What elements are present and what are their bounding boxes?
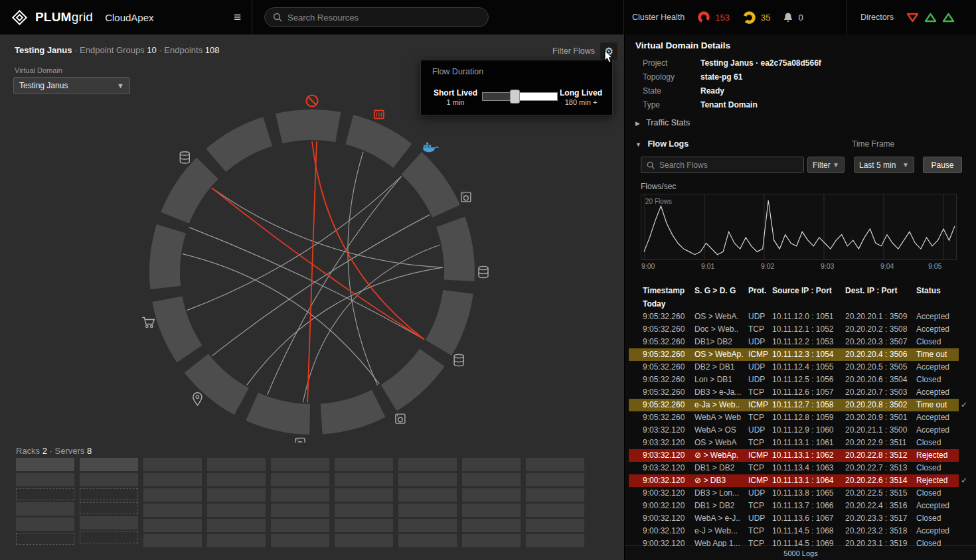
server-block[interactable] <box>398 458 457 471</box>
flow-log-row[interactable]: 9:05:32.260DB2 > DB1UDP10.11.12.4 : 1055… <box>625 361 976 374</box>
flow-log-row[interactable]: 9:03:32.120DB1 > DB2TCP10.11.13.4 : 1063… <box>625 462 976 474</box>
server-block[interactable] <box>398 473 457 486</box>
endpoint-group-segment[interactable] <box>389 358 432 398</box>
server-block[interactable] <box>143 488 202 502</box>
endpoint-group-segment[interactable] <box>216 131 268 160</box>
server-block[interactable] <box>80 458 138 471</box>
server-block[interactable] <box>526 458 584 471</box>
warning-gauge-icon[interactable] <box>742 11 756 25</box>
server-block[interactable] <box>80 473 138 486</box>
server-block[interactable] <box>207 473 266 486</box>
col-protocol[interactable]: Prot. <box>748 286 772 295</box>
endpoint-group-segment[interactable] <box>321 403 378 419</box>
server-block[interactable] <box>271 504 329 517</box>
flow-chord[interactable] <box>187 176 402 311</box>
server-block[interactable] <box>335 473 393 486</box>
director-down-triangle-icon[interactable] <box>906 12 920 23</box>
flow-log-row[interactable]: 9:00:32.120⊘ > DB3ICMP10.11.13.1 : 10642… <box>625 474 976 487</box>
col-groups[interactable]: S. G > D. G <box>694 286 748 295</box>
server-block[interactable] <box>207 504 266 517</box>
resource-search-input[interactable] <box>287 13 480 23</box>
flow-log-row[interactable]: 9:05:32.260WebA > WebTCP10.11.12.8 : 105… <box>625 411 976 424</box>
server-block[interactable] <box>207 534 266 547</box>
server-block[interactable] <box>462 504 521 517</box>
flow-chord[interactable] <box>212 188 443 267</box>
pause-button[interactable]: Pause <box>923 157 962 173</box>
endpoint-group-segment[interactable] <box>197 364 242 402</box>
server-block[interactable] <box>16 518 74 531</box>
server-block[interactable] <box>526 534 584 547</box>
endpoint-group-segment[interactable] <box>175 169 208 218</box>
critical-gauge-icon[interactable] <box>697 11 710 24</box>
time-range-dropdown[interactable]: Last 5 min ▼ <box>854 157 914 173</box>
flow-log-row[interactable]: 9:05:32.260Doc > Web..TCP10.11.12.1 : 10… <box>625 323 976 336</box>
endpoint-group-segment[interactable] <box>252 407 310 419</box>
flow-log-row[interactable]: 9:00:32.120e-J > Web...TCP10.11.14.5 : 1… <box>625 525 976 537</box>
server-block[interactable] <box>335 504 393 517</box>
flow-chord[interactable] <box>212 188 424 339</box>
flow-log-row[interactable]: 9:05:32.260Lon > DB1UDP10.11.12.5 : 1056… <box>625 374 976 386</box>
director-up-triangle-icon[interactable] <box>924 12 937 23</box>
duration-slider-handle[interactable] <box>510 90 520 104</box>
traffic-stats-toggle[interactable]: ▶ Traffic Stats <box>635 118 690 127</box>
server-block[interactable] <box>143 534 202 547</box>
col-timestamp[interactable]: Timestamp <box>643 286 694 295</box>
server-block[interactable] <box>526 473 584 486</box>
flow-search-box[interactable] <box>641 157 804 173</box>
director-up-triangle-icon[interactable] <box>941 12 955 23</box>
flow-log-row[interactable]: 9:00:32.120WebA > e-J..UDP10.11.13.6 : 1… <box>625 512 976 525</box>
server-block[interactable] <box>143 473 202 486</box>
server-block[interactable] <box>271 458 329 471</box>
endpoint-group-segment[interactable] <box>438 292 458 348</box>
flow-log-row[interactable]: 9:00:32.120DB3 > Lon...UDP10.11.13.8 : 1… <box>625 487 976 500</box>
filter-dropdown[interactable]: Filter ▼ <box>807 157 845 173</box>
col-source[interactable]: Source IP : Port <box>772 286 845 295</box>
server-block[interactable] <box>271 534 329 547</box>
server-block[interactable] <box>526 504 584 517</box>
server-block[interactable] <box>271 473 329 486</box>
server-block[interactable] <box>462 473 521 486</box>
flow-chord[interactable] <box>348 152 378 385</box>
flow-log-row[interactable]: 9:03:32.120OS > WebATCP10.11.13.1 : 1061… <box>625 437 976 449</box>
flow-log-row[interactable]: 9:05:32.260OS > WebA.UDP10.11.12.0 : 105… <box>625 311 976 323</box>
flow-log-row[interactable]: 9:05:32.260e-Ja > Web..ICMP10.11.12.7 : … <box>625 399 976 411</box>
flow-log-row[interactable]: 9:05:32.260OS > WebAp.ICMP10.11.12.3 : 1… <box>625 348 976 361</box>
server-block[interactable] <box>271 519 329 532</box>
endpoint-group-segment[interactable] <box>165 229 171 288</box>
col-dest[interactable]: Dest. IP : Port <box>845 286 916 295</box>
endpoint-group-segment[interactable] <box>451 222 459 280</box>
flow-log-row[interactable]: 9:05:32.260DB1> DB2UDP10.11.12.2 : 10532… <box>625 336 976 348</box>
flow-log-row[interactable]: 9:00:32.120Web App 1...TCP10.11.14.5 : 1… <box>625 537 976 547</box>
server-block[interactable] <box>335 458 393 471</box>
server-block[interactable] <box>526 519 584 532</box>
server-block[interactable] <box>526 488 584 502</box>
server-block[interactable] <box>398 504 457 517</box>
col-status[interactable]: Status <box>916 286 959 295</box>
flow-log-row[interactable]: 9:05:32.260DB3 > e-Ja...TCP10.11.12.6 : … <box>625 386 976 399</box>
server-block[interactable] <box>207 488 266 502</box>
server-block[interactable] <box>16 458 74 471</box>
flow-chord[interactable] <box>307 141 317 403</box>
server-block[interactable] <box>462 519 521 532</box>
flow-chord[interactable] <box>268 176 402 395</box>
server-block[interactable] <box>335 519 393 532</box>
server-block[interactable] <box>16 502 74 516</box>
server-block[interactable] <box>143 504 202 517</box>
endpoint-group-segment[interactable] <box>349 129 402 156</box>
endpoint-group-segment[interactable] <box>167 299 190 354</box>
flow-log-row[interactable]: 9:00:32.120DB1 > DB2TCP10.11.13.7 : 1066… <box>625 500 976 512</box>
flow-search-input[interactable] <box>659 161 798 170</box>
bell-icon[interactable] <box>783 12 793 23</box>
server-block[interactable] <box>16 473 74 486</box>
server-block[interactable] <box>398 519 457 532</box>
server-block[interactable] <box>462 458 521 471</box>
server-block[interactable] <box>143 458 202 471</box>
flow-logs-toggle[interactable]: ▼ Flow Logs <box>635 139 689 149</box>
endpoint-group-segment[interactable] <box>412 163 446 211</box>
flow-chord[interactable] <box>189 228 424 340</box>
duration-slider-track[interactable] <box>482 92 558 101</box>
server-block[interactable] <box>398 488 457 502</box>
server-block[interactable] <box>143 519 202 532</box>
server-block[interactable] <box>462 488 521 502</box>
flow-log-row[interactable]: 9:03:32.120WebA > OSUDP10.11.12.9 : 1060… <box>625 424 976 437</box>
